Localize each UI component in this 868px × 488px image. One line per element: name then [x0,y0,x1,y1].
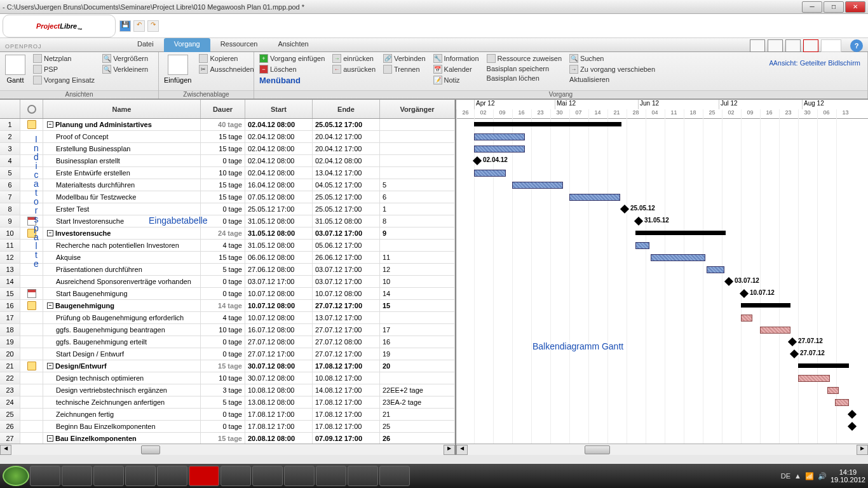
taskbar-app-icon[interactable] [93,466,124,486]
duration-cell[interactable]: 10 tage [201,372,245,384]
copy-button[interactable]: Kopieren [198,53,255,64]
row-number[interactable]: 13 [0,264,20,275]
col-duration-header[interactable]: Dauer [201,100,245,118]
col-end-header[interactable]: Ende [313,100,380,118]
predecessor-cell[interactable]: 15 [380,300,455,311]
task-row[interactable]: 2Proof of Concept15 tage02.04.12 08:0020… [0,131,455,143]
taskbar-app-icon[interactable] [284,466,315,486]
predecessor-cell[interactable] [380,155,455,166]
refresh-button[interactable]: Aktualisieren [568,75,656,84]
duration-cell[interactable]: 0 tage [201,155,245,166]
outline-toggle[interactable]: − [47,435,53,442]
end-cell[interactable]: 25.05.12 17:00 [313,203,380,215]
table-hscroll[interactable]: ◀ ▶ [0,444,455,455]
task-row[interactable]: 6Materialtests durchführen15 tage16.04.1… [0,179,455,191]
save-baseline-button[interactable]: Basisplan speichern [485,64,564,73]
task-name-cell[interactable]: technische Zeichnungen anfertigen [43,396,201,408]
row-number[interactable]: 18 [0,324,20,336]
gantt-task-bar[interactable] [651,254,705,261]
row-number[interactable]: 19 [0,336,20,348]
start-cell[interactable]: 25.05.12 17:00 [245,203,313,215]
outline-toggle[interactable]: − [47,363,53,369]
end-cell[interactable]: 03.07.12 17:00 [313,276,380,287]
task-row[interactable]: 17Prüfung ob Baugenehmigung erforderlich… [0,312,455,324]
task-name-cell[interactable]: Ausreichend Sponsorenverträge vorhanden [43,276,201,287]
end-cell[interactable]: 03.07.12 17:00 [313,227,380,239]
row-number[interactable]: 7 [0,191,20,203]
start-button[interactable] [3,466,29,486]
gantt-scroll-right-icon[interactable]: ▶ [857,445,868,455]
predecessor-cell[interactable]: 16 [380,336,455,348]
row-number[interactable]: 3 [0,143,20,154]
end-cell[interactable]: 10.07.12 08:00 [313,288,380,299]
task-name-cell[interactable]: Präsentationen durchführen [43,264,201,275]
end-cell[interactable]: 17.08.12 17:00 [313,409,380,420]
row-number[interactable]: 10 [0,227,20,239]
delete-task-button[interactable]: −Löschen [258,64,326,74]
task-name-cell[interactable]: Erstellung Businessplan [43,143,201,154]
start-cell[interactable]: 02.04.12 08:00 [245,119,313,130]
duration-cell[interactable]: 14 tage [201,300,245,311]
tab-ansichten[interactable]: Ansichten [268,38,318,52]
predecessor-cell[interactable] [380,312,455,323]
gantt-task-bar[interactable] [707,266,724,273]
task-name-cell[interactable]: ggfs. Baugenehmigung erteilt [43,336,201,348]
task-row[interactable]: 25Zeichnungen fertig0 tage17.08.12 17:00… [0,409,455,421]
zoom-out-button[interactable]: 🔍Verkleinern [101,64,149,74]
taskbar-explorer-icon[interactable] [30,466,60,486]
scroll-left-icon[interactable]: ◀ [0,445,11,455]
outline-toggle[interactable]: − [47,230,53,236]
task-name-cell[interactable]: Design vertriebstechnisch ergänzen [43,384,201,396]
row-number[interactable]: 21 [0,360,20,372]
duration-cell[interactable]: 4 tage [201,312,245,323]
gantt-task-bar[interactable] [635,242,649,249]
row-number[interactable]: 12 [0,252,20,263]
tray-flag-icon[interactable]: ▲ [794,472,801,480]
start-cell[interactable]: 10.08.12 08:00 [245,384,313,396]
end-cell[interactable]: 13.07.12 17:00 [313,312,380,323]
gantt-summary-bar[interactable] [474,122,621,126]
task-row[interactable]: 8Erster Test0 tage25.05.12 17:0025.05.12… [0,203,455,215]
gantt-milestone[interactable] [634,217,643,226]
row-number[interactable]: 24 [0,396,20,408]
duration-cell[interactable]: 10 tage [201,167,245,179]
task-row[interactable]: 15Start Baugenehmigung0 tage10.07.12 08:… [0,288,455,300]
start-cell[interactable]: 02.04.12 08:00 [245,167,313,179]
gantt-task-bar[interactable] [512,182,563,189]
system-tray[interactable]: DE ▲ 📶 🔊 14:19 19.10.2012 [781,468,865,484]
task-name-cell[interactable]: −Planung und Administartives [43,119,201,130]
tab-vorgang[interactable]: Vorgang [164,38,210,52]
tray-network-icon[interactable]: 📶 [805,472,814,480]
row-number[interactable]: 15 [0,288,20,299]
end-cell[interactable]: 20.04.12 17:00 [313,143,380,154]
tray-time[interactable]: 14:19 [831,468,865,476]
task-name-cell[interactable]: Start Baugenehmigung [43,288,201,299]
task-row[interactable]: 12Akquise15 tage06.06.12 08:0026.06.12 1… [0,252,455,264]
view-icon-4[interactable] [803,39,818,52]
task-row[interactable]: 10−Investorensuche24 tage31.05.12 08:000… [0,227,455,240]
information-button[interactable]: 🔧Information [432,53,480,64]
outline-toggle[interactable]: − [47,302,53,309]
start-cell[interactable]: 06.06.12 08:00 [245,252,313,263]
unlink-button[interactable]: Trennen [382,64,427,74]
start-cell[interactable]: 30.07.12 08:00 [245,360,313,372]
predecessor-cell[interactable]: 17 [380,324,455,336]
table-body[interactable]: 1−Planung und Administartives40 tage02.0… [0,119,455,444]
start-cell[interactable]: 30.07.12 08:00 [245,372,313,384]
redo-icon[interactable]: ↷ [147,20,159,32]
start-cell[interactable]: 10.07.12 08:00 [245,312,313,323]
duration-cell[interactable]: 15 tage [201,191,245,203]
end-cell[interactable]: 20.04.12 17:00 [313,131,380,142]
task-name-cell[interactable]: Proof of Concept [43,131,201,142]
row-number[interactable]: 27 [0,433,20,444]
predecessor-cell[interactable]: 22EE+2 tage [380,384,455,396]
predecessor-cell[interactable]: 23EA-2 tage [380,396,455,408]
taskbar-onenote-icon[interactable] [252,466,283,486]
gantt-body[interactable]: Balkendiagramm Gantt 02.04.1225.05.1231.… [456,119,868,444]
start-cell[interactable]: 17.08.12 17:00 [245,421,313,432]
task-name-cell[interactable]: Design technisch optimieren [43,372,201,384]
end-cell[interactable]: 17.08.12 17:00 [313,360,380,372]
start-cell[interactable]: 13.08.12 08:00 [245,396,313,408]
duration-cell[interactable]: 0 tage [201,203,245,215]
outline-toggle[interactable]: − [47,121,53,128]
